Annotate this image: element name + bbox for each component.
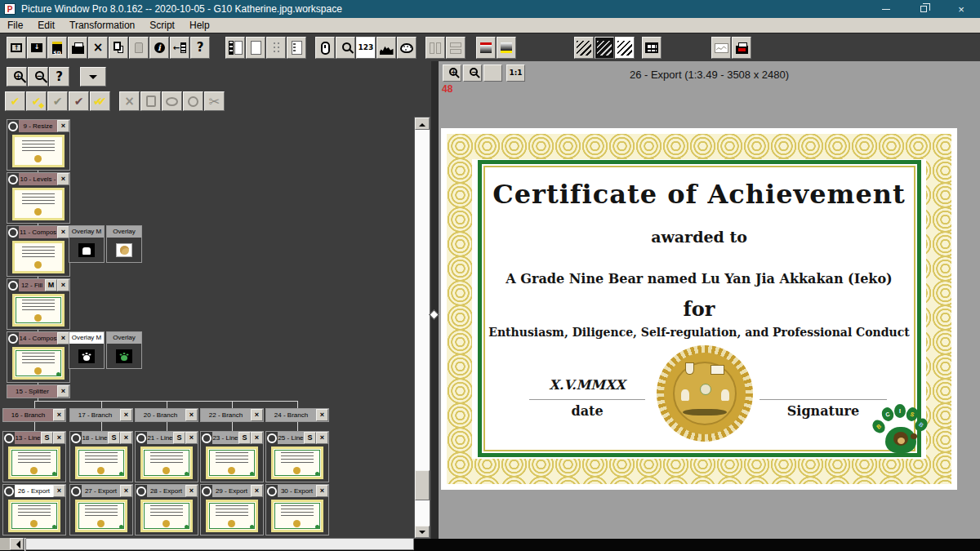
node-thumbnail[interactable] (70, 497, 132, 535)
node-label[interactable]: 30 - Export (278, 485, 316, 497)
settings-node-button[interactable]: S (108, 432, 120, 444)
node-thumbnail[interactable] (7, 291, 69, 329)
node-export-28[interactable]: 28 - Export× (135, 484, 198, 535)
node-label[interactable]: 16 - Branch (3, 409, 53, 421)
scroll-left-button[interactable] (10, 538, 24, 550)
copy-button[interactable] (109, 37, 128, 59)
overlay-node[interactable]: Overlay (106, 225, 142, 263)
menu-edit[interactable]: Edit (30, 20, 62, 31)
radio-button[interactable] (136, 433, 146, 443)
overlay-mask-node-2[interactable]: Overlay M (69, 331, 105, 369)
close-node-button[interactable]: × (185, 432, 198, 444)
layout-filmstrip-button[interactable] (225, 37, 245, 59)
settings-node-button[interactable]: S (173, 432, 185, 444)
close-node-button[interactable]: × (53, 432, 65, 444)
white-clip-button[interactable] (476, 37, 496, 59)
radio-button[interactable] (267, 487, 277, 496)
node-label[interactable]: 13 - Line (15, 432, 41, 444)
node-label[interactable]: 9 - Resize (19, 120, 57, 132)
mask-rectangle-button[interactable] (140, 91, 161, 111)
apply-dark-button[interactable]: ✔ (69, 91, 89, 111)
layout-single-button[interactable] (246, 37, 265, 59)
title-bar[interactable]: P Picture Window Pro 8.0.162 -- 2020-10-… (0, 0, 980, 18)
tree-vertical-scrollbar[interactable] (414, 117, 430, 539)
close-node-button[interactable]: × (185, 409, 198, 421)
print-button[interactable] (68, 37, 87, 59)
minimize-button[interactable] (867, 0, 905, 18)
radio-button[interactable] (267, 433, 277, 443)
menu-file[interactable]: File (0, 20, 30, 31)
node-branch-22[interactable]: 22 - Branch× (200, 408, 264, 422)
radio-button[interactable] (71, 487, 81, 496)
save-button[interactable]: ↓ (27, 37, 47, 59)
mask-ellipse-button[interactable] (162, 91, 182, 111)
overlay-mask-label[interactable]: Overlay M (69, 226, 104, 238)
paste-button[interactable] (129, 37, 149, 59)
radio-button[interactable] (8, 281, 18, 291)
settings-node-button[interactable]: S (41, 432, 53, 444)
node-label[interactable]: 24 - Branch (266, 409, 316, 421)
close-node-button[interactable]: × (53, 409, 65, 421)
tree-zoom-out-button[interactable]: − (28, 67, 48, 87)
close-node-button[interactable]: × (57, 120, 69, 132)
close-button[interactable]: × (942, 0, 980, 18)
radio-button[interactable] (71, 433, 81, 443)
menu-script[interactable]: Script (142, 20, 182, 31)
close-node-button[interactable]: × (57, 385, 69, 398)
apply-with-mask-button[interactable]: ✔ (26, 91, 47, 111)
mask-circle-button[interactable] (183, 91, 203, 111)
node-label[interactable]: 15 - Splitter (7, 385, 57, 398)
panel-divider[interactable] (431, 61, 439, 540)
mask-delete-button[interactable]: × (119, 91, 140, 111)
overlay-thumbnail[interactable] (107, 238, 141, 262)
tree-options-dropdown[interactable] (80, 67, 106, 87)
node-compose-2[interactable]: 14 - Compos× (7, 331, 70, 383)
node-thumbnail[interactable] (136, 444, 198, 482)
node-fill[interactable]: 12 - FillM× (7, 278, 70, 330)
readout-tool-button[interactable] (315, 37, 335, 59)
node-thumbnail[interactable] (3, 444, 65, 482)
node-thumbnail[interactable] (266, 497, 328, 535)
node-line-18[interactable]: 18 - LineS× (69, 431, 133, 482)
apply-gray-button[interactable]: ✔ (47, 91, 68, 111)
node-branch-20[interactable]: 20 - Branch× (135, 408, 198, 422)
numeric-readout-button[interactable]: 123 (356, 37, 376, 59)
node-export-30[interactable]: 30 - Export× (265, 484, 329, 535)
radio-button[interactable] (4, 433, 14, 443)
menu-help[interactable]: Help (182, 20, 217, 31)
overlay-node-2[interactable]: Overlay (106, 331, 142, 369)
close-node-button[interactable]: × (316, 485, 328, 497)
node-levels[interactable]: 10 - Levels -× (7, 172, 70, 224)
settings-node-button[interactable]: S (238, 432, 251, 444)
sd-card-button[interactable]: SD (47, 37, 67, 59)
node-label[interactable]: 10 - Levels - (19, 173, 57, 185)
node-label[interactable]: 21 - Line (147, 432, 173, 444)
node-thumbnail[interactable] (3, 497, 65, 535)
node-thumbnail[interactable] (7, 132, 69, 170)
mask-dark-button[interactable] (595, 37, 614, 59)
node-thumbnail[interactable] (201, 444, 263, 482)
split-horizontal-button[interactable] (446, 37, 466, 59)
node-label[interactable]: 12 - Fill (19, 279, 45, 291)
close-node-button[interactable]: × (251, 485, 263, 497)
overlay-mask-thumbnail[interactable] (69, 238, 104, 262)
curve-display-button[interactable] (711, 37, 731, 59)
histogram-button[interactable] (376, 37, 396, 59)
layout-thumbs-button[interactable] (266, 37, 286, 59)
radio-button[interactable] (8, 122, 18, 131)
node-label[interactable]: 23 - Line (212, 432, 238, 444)
node-compose-1[interactable]: 11 - Compos× (7, 225, 70, 277)
scrollbar-track[interactable] (24, 538, 414, 550)
settings-node-button[interactable]: S (304, 432, 316, 444)
help-button[interactable]: ? (190, 37, 210, 59)
close-node-button[interactable]: × (53, 485, 65, 497)
scrollbar-thumb[interactable] (415, 470, 430, 500)
node-resize[interactable]: 9 - Resize× (7, 119, 70, 171)
apply-button[interactable]: ✔ (5, 91, 25, 111)
mask-node-button[interactable]: M (45, 279, 57, 291)
print-proof-button[interactable] (732, 37, 751, 59)
certificate-preview[interactable]: Certificate of Achievement awarded to A … (441, 128, 957, 490)
radio-button[interactable] (8, 334, 18, 344)
close-node-button[interactable]: × (120, 409, 132, 421)
node-line-25[interactable]: 25 - LineS× (265, 431, 329, 482)
